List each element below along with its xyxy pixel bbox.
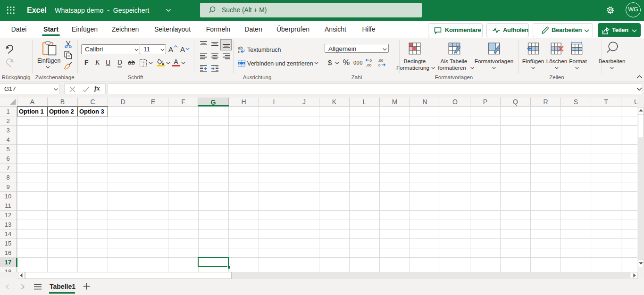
svg-text:0: 0 — [370, 58, 372, 63]
svg-text:c: c — [238, 49, 241, 54]
svg-text:0: 0 — [378, 63, 381, 67]
svg-text:,00: ,00 — [378, 58, 384, 63]
svg-text:,00: ,00 — [366, 63, 372, 67]
